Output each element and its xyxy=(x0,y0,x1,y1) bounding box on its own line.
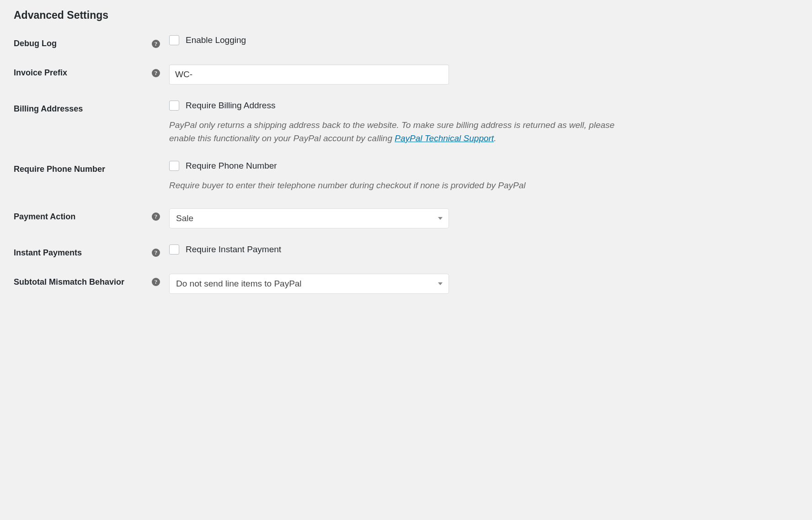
debug-log-checkbox[interactable] xyxy=(169,35,179,45)
billing-addresses-checkbox[interactable] xyxy=(169,101,179,111)
control-cell: Enable Logging xyxy=(169,35,633,45)
subtotal-mismatch-value: Do not send line items to PayPal xyxy=(176,279,302,289)
help-spacer xyxy=(152,105,160,113)
label-cell: Require Phone Number xyxy=(14,161,169,174)
instant-payments-checkbox-wrap[interactable]: Require Instant Payment xyxy=(169,244,633,255)
billing-addresses-checkbox-wrap[interactable]: Require Billing Address xyxy=(169,101,633,111)
row-payment-action: Payment Action ? Sale xyxy=(14,208,798,228)
debug-log-checkbox-wrap[interactable]: Enable Logging xyxy=(169,35,633,45)
help-icon[interactable]: ? xyxy=(152,212,160,221)
help-icon[interactable]: ? xyxy=(152,249,160,257)
payment-action-select[interactable]: Sale xyxy=(169,208,449,228)
label-cell: Subtotal Mismatch Behavior ? xyxy=(14,274,169,287)
require-phone-description: Require buyer to enter their telephone n… xyxy=(169,179,633,192)
label-cell: Invoice Prefix ? xyxy=(14,64,169,78)
help-icon[interactable]: ? xyxy=(152,69,160,77)
label-cell: Instant Payments ? xyxy=(14,244,169,258)
help-icon[interactable]: ? xyxy=(152,40,160,48)
label-cell: Payment Action ? xyxy=(14,208,169,222)
control-cell: Sale xyxy=(169,208,633,228)
billing-addresses-description: PayPal only returns a shipping address b… xyxy=(169,119,633,145)
paypal-support-link[interactable]: PayPal Technical Support xyxy=(395,133,494,143)
control-cell: Do not send line items to PayPal xyxy=(169,274,633,294)
control-cell: Require Phone Number Require buyer to en… xyxy=(169,161,633,192)
instant-payments-checkbox-label: Require Instant Payment xyxy=(186,244,281,255)
row-instant-payments: Instant Payments ? Require Instant Payme… xyxy=(14,244,798,258)
control-cell xyxy=(169,64,633,85)
desc-text-post: . xyxy=(494,133,496,143)
row-billing-addresses: Billing Addresses Require Billing Addres… xyxy=(14,101,798,145)
payment-action-value: Sale xyxy=(176,213,193,223)
instant-payments-checkbox[interactable] xyxy=(169,244,179,255)
label-cell: Debug Log ? xyxy=(14,35,169,48)
settings-form: Debug Log ? Enable Logging Invoice Prefi… xyxy=(14,35,798,294)
invoice-prefix-label: Invoice Prefix xyxy=(14,68,67,78)
debug-log-label: Debug Log xyxy=(14,39,57,48)
instant-payments-label: Instant Payments xyxy=(14,248,82,258)
row-require-phone: Require Phone Number Require Phone Numbe… xyxy=(14,161,798,192)
subtotal-mismatch-label: Subtotal Mismatch Behavior xyxy=(14,277,124,287)
payment-action-label: Payment Action xyxy=(14,212,75,222)
row-subtotal-mismatch: Subtotal Mismatch Behavior ? Do not send… xyxy=(14,274,798,294)
help-icon[interactable]: ? xyxy=(152,278,160,286)
section-title: Advanced Settings xyxy=(14,9,798,21)
subtotal-mismatch-select[interactable]: Do not send line items to PayPal xyxy=(169,274,449,294)
require-phone-label: Require Phone Number xyxy=(14,164,105,174)
invoice-prefix-input[interactable] xyxy=(169,64,449,85)
label-cell: Billing Addresses xyxy=(14,101,169,114)
require-phone-checkbox-wrap[interactable]: Require Phone Number xyxy=(169,161,633,171)
help-spacer xyxy=(152,165,160,174)
billing-addresses-label: Billing Addresses xyxy=(14,104,83,114)
desc-text-pre: PayPal only returns a shipping address b… xyxy=(169,120,614,143)
control-cell: Require Instant Payment xyxy=(169,244,633,255)
control-cell: Require Billing Address PayPal only retu… xyxy=(169,101,633,145)
row-invoice-prefix: Invoice Prefix ? xyxy=(14,64,798,85)
require-phone-checkbox-label: Require Phone Number xyxy=(186,161,277,171)
row-debug-log: Debug Log ? Enable Logging xyxy=(14,35,798,48)
payment-action-select-wrap[interactable]: Sale xyxy=(169,208,449,228)
subtotal-mismatch-select-wrap[interactable]: Do not send line items to PayPal xyxy=(169,274,449,294)
debug-log-checkbox-label: Enable Logging xyxy=(186,35,246,45)
billing-addresses-checkbox-label: Require Billing Address xyxy=(186,101,275,111)
require-phone-checkbox[interactable] xyxy=(169,161,179,171)
